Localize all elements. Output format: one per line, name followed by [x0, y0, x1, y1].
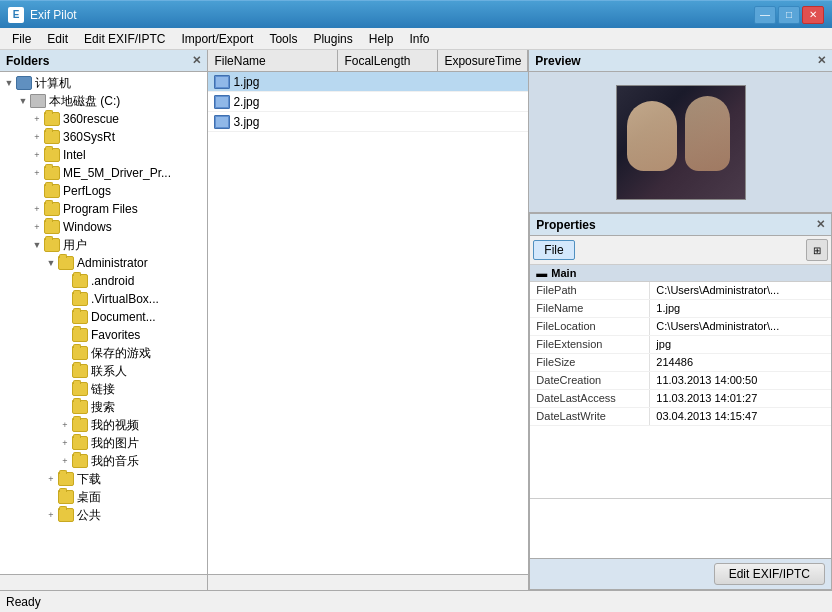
folders-close-button[interactable]: ✕	[192, 54, 201, 67]
tree-item[interactable]: 保存的游戏	[0, 344, 207, 362]
tree-item[interactable]: +下载	[0, 470, 207, 488]
file-cell-focal	[338, 80, 438, 84]
tree-item[interactable]: ▼用户	[0, 236, 207, 254]
tree-toggle-icon: +	[30, 222, 44, 232]
properties-toolbar: File ⊞	[530, 236, 831, 265]
prop-value: 214486	[650, 354, 831, 371]
tree-item[interactable]: Document...	[0, 308, 207, 326]
file-row[interactable]: 1.jpg	[208, 72, 528, 92]
files-scrollbar-h[interactable]	[208, 574, 528, 590]
properties-icon-button[interactable]: ⊞	[806, 239, 828, 261]
tree-item[interactable]: +ME_5M_Driver_Pr...	[0, 164, 207, 182]
menu-bar: FileEditEdit EXIF/IPTCImport/ExportTools…	[0, 28, 832, 50]
tree-item[interactable]: ▼计算机	[0, 74, 207, 92]
folders-scrollbar-h[interactable]	[0, 574, 207, 590]
folder-icon	[44, 130, 60, 144]
col-header-focallength[interactable]: FocalLength	[338, 50, 438, 71]
prop-section-main: ▬ Main	[530, 265, 831, 282]
col-header-exposuretime[interactable]: ExposureTime	[438, 50, 528, 71]
menu-item-plugins[interactable]: Plugins	[305, 29, 360, 49]
menu-item-edit-exif/iptc[interactable]: Edit EXIF/IPTC	[76, 29, 173, 49]
edit-exif-button[interactable]: Edit EXIF/IPTC	[714, 563, 825, 585]
folder-tree[interactable]: ▼计算机▼本地磁盘 (C:)+360rescue+360SysRt+Intel+…	[0, 72, 207, 574]
file-row[interactable]: 3.jpg	[208, 112, 528, 132]
prop-key: FilePath	[530, 282, 650, 299]
tree-item[interactable]: PerfLogs	[0, 182, 207, 200]
prop-row: DateCreation11.03.2013 14:00:50	[530, 372, 831, 390]
folder-icon	[58, 490, 74, 504]
menu-item-help[interactable]: Help	[361, 29, 402, 49]
folder-icon	[44, 112, 60, 126]
tree-item[interactable]: +Intel	[0, 146, 207, 164]
content-area: Folders ✕ ▼计算机▼本地磁盘 (C:)+360rescue+360Sy…	[0, 50, 832, 590]
tree-item[interactable]: +我的音乐	[0, 452, 207, 470]
tree-item-label: 联系人	[91, 363, 127, 380]
file-cell-exposure	[438, 120, 528, 124]
close-button[interactable]: ✕	[802, 6, 824, 24]
tree-item-label: 链接	[91, 381, 115, 398]
folder-icon	[72, 382, 88, 396]
tree-item[interactable]: .VirtualBox...	[0, 290, 207, 308]
menu-item-import/export[interactable]: Import/Export	[173, 29, 261, 49]
folder-icon	[72, 310, 88, 324]
prop-value: 1.jpg	[650, 300, 831, 317]
tree-item[interactable]: +Program Files	[0, 200, 207, 218]
menu-item-file[interactable]: File	[4, 29, 39, 49]
title-controls: — □ ✕	[754, 6, 824, 24]
folder-icon	[72, 328, 88, 342]
tree-item[interactable]: +公共	[0, 506, 207, 524]
prop-value: C:\Users\Administrator\...	[650, 318, 831, 335]
tree-toggle-icon: +	[30, 114, 44, 124]
tree-toggle-icon: +	[58, 456, 72, 466]
preview-panel: Preview ✕	[529, 50, 832, 213]
file-row[interactable]: 2.jpg	[208, 92, 528, 112]
minimize-button[interactable]: —	[754, 6, 776, 24]
tree-item[interactable]: +360SysRt	[0, 128, 207, 146]
prop-key: DateLastWrite	[530, 408, 650, 425]
tree-toggle-icon: ▼	[44, 258, 58, 268]
prop-value: 11.03.2013 14:01:27	[650, 390, 831, 407]
file-list: 1.jpg2.jpg3.jpg	[208, 72, 528, 574]
tree-item[interactable]: +我的图片	[0, 434, 207, 452]
folder-icon	[72, 454, 88, 468]
folder-icon	[44, 166, 60, 180]
folder-icon	[72, 346, 88, 360]
right-panel: Preview ✕ Properties ✕ File ⊞	[529, 50, 832, 590]
tree-item-label: .VirtualBox...	[91, 292, 159, 306]
menu-item-edit[interactable]: Edit	[39, 29, 76, 49]
tree-item-label: Windows	[63, 220, 112, 234]
tree-item[interactable]: +360rescue	[0, 110, 207, 128]
tree-item[interactable]: 联系人	[0, 362, 207, 380]
tree-item[interactable]: .android	[0, 272, 207, 290]
preview-close-button[interactable]: ✕	[817, 54, 826, 67]
tree-item[interactable]: 搜索	[0, 398, 207, 416]
tree-item[interactable]: 链接	[0, 380, 207, 398]
tab-file[interactable]: File	[533, 240, 574, 260]
edit-bar: Edit EXIF/IPTC	[530, 558, 831, 589]
tree-item[interactable]: +Windows	[0, 218, 207, 236]
tree-item-label: 公共	[77, 507, 101, 524]
tree-item-label: 搜索	[91, 399, 115, 416]
tree-toggle-icon: ▼	[2, 78, 16, 88]
file-name-label: 2.jpg	[233, 95, 259, 109]
tree-item[interactable]: ▼Administrator	[0, 254, 207, 272]
prop-row: FileLocationC:\Users\Administrator\...	[530, 318, 831, 336]
prop-key: FileExtension	[530, 336, 650, 353]
folder-icon	[58, 472, 74, 486]
tree-toggle-icon: +	[30, 168, 44, 178]
properties-close-button[interactable]: ✕	[816, 218, 825, 231]
menu-item-info[interactable]: Info	[401, 29, 437, 49]
tree-item[interactable]: 桌面	[0, 488, 207, 506]
tree-item-label: 下载	[77, 471, 101, 488]
tree-item[interactable]: Favorites	[0, 326, 207, 344]
tree-toggle-icon: +	[30, 204, 44, 214]
tree-item[interactable]: ▼本地磁盘 (C:)	[0, 92, 207, 110]
menu-item-tools[interactable]: Tools	[261, 29, 305, 49]
status-bar: Ready	[0, 590, 832, 612]
tree-toggle-icon: ▼	[30, 240, 44, 250]
tree-item[interactable]: +我的视频	[0, 416, 207, 434]
folder-icon	[44, 202, 60, 216]
maximize-button[interactable]: □	[778, 6, 800, 24]
col-header-filename[interactable]: FileName	[208, 50, 338, 71]
prop-value: 03.04.2013 14:15:47	[650, 408, 831, 425]
